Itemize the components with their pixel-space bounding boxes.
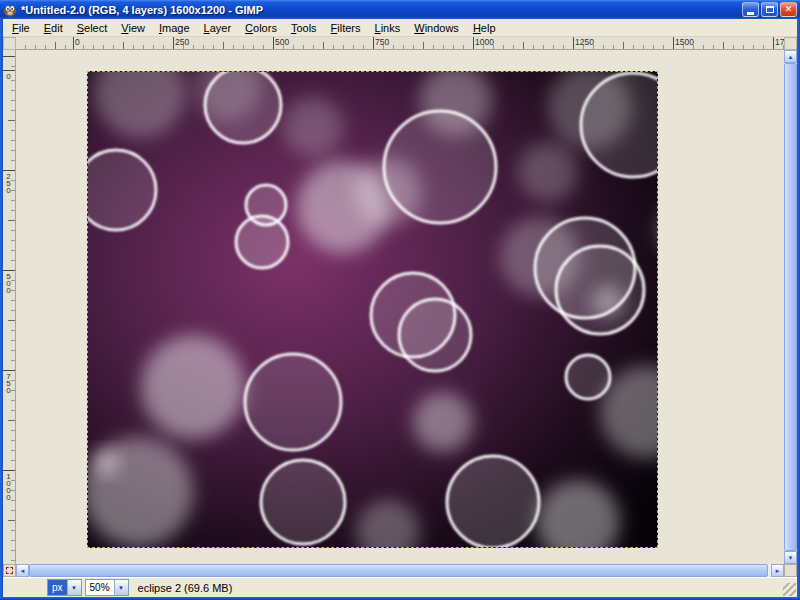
status-bar: px ▼ 50% ▼ eclipse 2 (69.6 MB) <box>3 577 797 597</box>
h-ruler-label: 500 <box>275 37 289 47</box>
ruler-end-corner <box>784 37 797 50</box>
arrow-down-icon: ▼ <box>788 555 794 561</box>
menu-item-view[interactable]: View <box>114 20 152 36</box>
chevron-down-icon: ▼ <box>67 580 81 595</box>
bokeh-circle <box>94 450 118 474</box>
status-message: eclipse 2 (69.6 MB) <box>138 582 233 594</box>
h-ruler-label: 175 <box>775 37 784 47</box>
menu-item-filters[interactable]: Filters <box>324 20 368 36</box>
navigation-preview-button[interactable] <box>784 564 797 577</box>
gimp-window: *Untitled-2.0 (RGB, 4 layers) 1600x1200 … <box>0 0 800 600</box>
menu-item-tools[interactable]: Tools <box>284 20 324 36</box>
h-ruler-label: 1250 <box>575 37 594 47</box>
v-ruler-label: 0 <box>4 72 13 79</box>
canvas-area[interactable] <box>16 50 784 564</box>
horizontal-ruler[interactable]: 0250500750100012501500175 <box>16 37 784 50</box>
canvas-image-svg[interactable] <box>88 72 657 547</box>
v-ruler-label: 1000 <box>4 472 13 500</box>
close-icon: ✕ <box>785 5 793 14</box>
menu-item-help[interactable]: Help <box>466 20 503 36</box>
resize-grip[interactable] <box>783 583 796 596</box>
title-bar[interactable]: *Untitled-2.0 (RGB, 4 layers) 1600x1200 … <box>0 0 800 19</box>
bokeh-circle <box>283 97 343 157</box>
window-border-left <box>0 19 3 600</box>
scroll-left-button[interactable]: ◄ <box>16 564 29 577</box>
bokeh-circle <box>236 216 288 268</box>
gimp-wilber-icon <box>3 3 17 17</box>
h-ruler-label: 750 <box>375 37 389 47</box>
bokeh-circle <box>245 354 341 450</box>
quick-mask-toggle[interactable] <box>3 564 16 577</box>
bokeh-circle <box>500 217 580 297</box>
bokeh-circle <box>518 142 578 202</box>
h-ruler-label: 0 <box>75 37 80 47</box>
unit-combo[interactable]: px ▼ <box>47 579 82 596</box>
vertical-ruler[interactable]: 02505007501000 <box>3 50 16 564</box>
horizontal-scroll-thumb[interactable] <box>29 564 768 577</box>
bokeh-circle <box>354 158 422 226</box>
arrow-left-icon: ◄ <box>20 568 26 574</box>
scroll-right-button[interactable]: ► <box>771 564 784 577</box>
maximize-button[interactable] <box>761 2 778 17</box>
h-ruler-label: 1500 <box>675 37 694 47</box>
arrow-up-icon: ▲ <box>788 54 794 60</box>
v-ruler-label: 250 <box>4 172 13 193</box>
image-layer-boundary[interactable] <box>87 71 658 548</box>
ruler-corner <box>3 37 16 50</box>
menu-item-links[interactable]: Links <box>368 20 408 36</box>
horizontal-scrollbar[interactable]: ◄ ► <box>16 564 784 577</box>
scroll-up-button[interactable]: ▲ <box>784 50 797 63</box>
unit-value: px <box>48 580 67 595</box>
menu-item-image[interactable]: Image <box>152 20 197 36</box>
menu-item-colors[interactable]: Colors <box>238 20 284 36</box>
bokeh-circle <box>141 335 245 439</box>
zoom-combo[interactable]: 50% ▼ <box>85 579 129 596</box>
v-ruler-label: 500 <box>4 272 13 293</box>
window-title: *Untitled-2.0 (RGB, 4 layers) 1600x1200 … <box>21 4 742 16</box>
chevron-down-icon: ▼ <box>114 580 128 595</box>
vertical-scrollbar[interactable]: ▲ ▼ <box>784 50 797 564</box>
v-ruler-label: 750 <box>4 372 13 393</box>
menu-item-file[interactable]: File <box>5 20 37 36</box>
h-ruler-label: 1000 <box>475 37 494 47</box>
menu-item-windows[interactable]: Windows <box>407 20 466 36</box>
maximize-icon <box>766 6 774 13</box>
menu-item-layer[interactable]: Layer <box>197 20 239 36</box>
zoom-value: 50% <box>86 580 114 595</box>
window-controls: ✕ <box>742 2 797 17</box>
bokeh-circle <box>413 392 473 452</box>
arrow-right-icon: ► <box>775 568 781 574</box>
h-ruler-label: 250 <box>175 37 189 47</box>
bokeh-circle <box>566 355 610 399</box>
bokeh-circle <box>88 150 156 230</box>
minimize-button[interactable] <box>742 2 759 17</box>
bokeh-circle <box>261 460 345 544</box>
scroll-down-button[interactable]: ▼ <box>784 551 797 564</box>
menu-bar: FileEditSelectViewImageLayerColorsToolsF… <box>3 19 797 37</box>
menu-item-edit[interactable]: Edit <box>37 20 70 36</box>
bokeh-circle <box>592 286 624 318</box>
bokeh-circle <box>447 456 539 547</box>
minimize-icon <box>747 12 754 15</box>
bokeh-circle <box>399 299 471 371</box>
menu-item-select[interactable]: Select <box>70 20 115 36</box>
vertical-scroll-thumb[interactable] <box>784 63 797 551</box>
close-button[interactable]: ✕ <box>780 2 797 17</box>
